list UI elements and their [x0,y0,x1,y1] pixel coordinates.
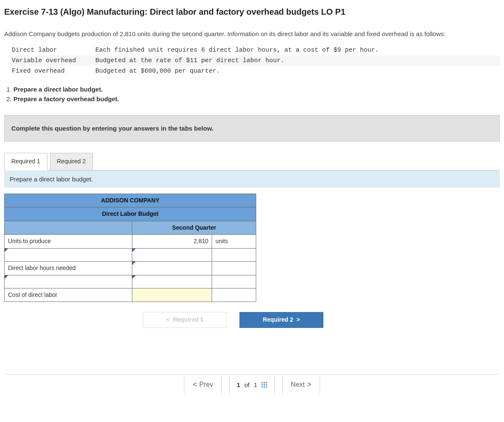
pager-next-button[interactable]: Next > [282,376,320,394]
tab-required-1[interactable]: Required 1 [4,153,47,170]
row-label: Cost of direct labor [5,288,132,302]
value-cell-active[interactable] [132,288,212,302]
value-cell[interactable] [132,248,212,261]
info-desc: Each finished unit requires 6 direct lab… [95,47,379,54]
table-row [5,275,256,288]
row-label: Direct labor hours needed [5,261,132,275]
task-item: Prepare a direct labor budget. [13,85,500,94]
next-required-button[interactable]: Required 2 > [239,312,323,328]
pager-prev-label: Prev [199,380,213,389]
unit-cell [212,248,256,261]
tab-required-2[interactable]: Required 2 [50,153,93,170]
value-cell[interactable] [132,275,212,288]
row-select[interactable] [5,275,132,288]
table-row: Direct labor hours needed [5,261,256,275]
info-desc: Budgeted at the rate of $11 per direct l… [95,57,284,64]
task-list: Prepare a direct labor budget. Prepare a… [13,85,500,103]
info-desc: Budgeted at $600,000 per quarter. [95,68,220,75]
info-block: Direct labor Each finished unit requires… [10,45,500,76]
dropdown-icon [5,275,8,279]
table-period: Second Quarter [132,221,256,235]
chevron-right-icon: > [307,380,311,389]
table-row: Cost of direct labor [5,288,256,302]
unit-cell [212,275,256,288]
dropdown-icon [5,249,8,252]
unit-cell [212,261,256,275]
table-row [5,248,256,261]
table-row: Units to produce 2,810 units [5,235,256,249]
value-cell[interactable]: 2,810 [132,235,212,249]
table-report: Direct Labor Budget [5,207,256,221]
row-select[interactable] [5,248,132,261]
info-label: Fixed overhead [12,67,92,76]
next-required-label: Required 2 [263,316,293,324]
info-row: Direct labor Each finished unit requires… [10,45,500,55]
value-cell[interactable] [132,261,212,275]
tab-prompt: Prepare a direct labor budget. [4,170,500,188]
row-label: Units to produce [5,235,132,249]
info-row: Fixed overhead Budgeted at $600,000 per … [10,66,500,76]
unit-cell [212,288,256,302]
dropdown-icon [132,249,136,252]
chevron-right-icon: > [297,316,300,324]
chevron-left-icon: < [193,380,197,389]
prev-required-label: Required 1 [173,316,203,324]
prev-required-button[interactable]: < Required 1 [143,312,227,328]
pager-total: 1 [254,380,257,389]
table-company: ADDISON COMPANY [5,194,256,207]
page-title: Exercise 7-13 (Algo) Manufacturing: Dire… [4,6,500,18]
info-row: Variable overhead Budgeted at the rate o… [10,55,500,66]
table-corner [5,221,132,235]
pager-prev-button[interactable]: < Prev [184,376,222,394]
dropdown-icon [132,262,136,265]
instruction-bar: Complete this question by entering your … [4,115,500,142]
grid-icon[interactable] [262,382,268,388]
pager-next-label: Next [291,380,305,389]
chevron-left-icon: < [166,316,170,324]
info-label: Direct labor [12,46,92,55]
pager-footer: < Prev 1 of 1 Next > [4,374,500,395]
pager-of: of [244,380,250,389]
intro-text: Addison Company budgets production of 2,… [4,29,500,38]
info-label: Variable overhead [12,56,92,65]
pager-current: 1 [236,380,240,389]
budget-table: ADDISON COMPANY Direct Labor Budget Seco… [4,194,256,302]
dropdown-icon [132,275,136,279]
unit-cell: units [212,235,256,249]
task-item: Prepare a factory overhead budget. [13,94,500,103]
pager-status: 1 of 1 [229,376,274,394]
